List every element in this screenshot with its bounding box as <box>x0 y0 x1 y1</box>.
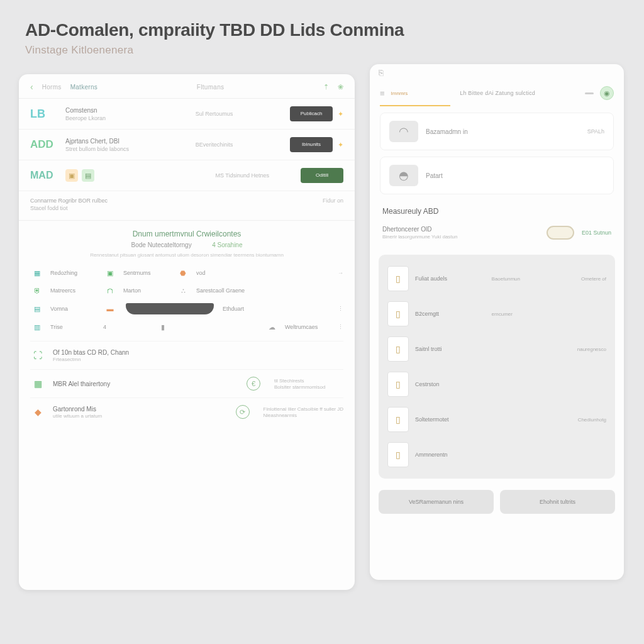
more-icon[interactable]: ⋮ <box>338 324 343 330</box>
grid-row[interactable]: ▯ B2cemgtt emcumer <box>386 296 608 331</box>
tag-icon: ▮ <box>156 322 170 332</box>
detail-tab[interactable]: Imnmrs <box>391 91 408 96</box>
currency-icon[interactable]: € <box>247 377 260 391</box>
item-sub: Frteasectmn <box>53 357 343 362</box>
row-title: Ajprtans Chert, DBI <box>65 138 196 145</box>
feature-row: Dhertoncerer OlD Binerir lasorgunmune Yu… <box>370 218 624 247</box>
tag-icon: ⛬ <box>176 286 190 296</box>
brand-logo: ADD <box>30 138 65 151</box>
tag-icon: ⛨ <box>30 286 44 296</box>
grid-col: emcumer <box>492 311 549 317</box>
avatar[interactable]: ◉ <box>600 86 614 100</box>
progress-bar <box>380 105 614 106</box>
minimize-icon[interactable] <box>585 92 594 94</box>
item-sub: utile wituum a urtatum <box>53 413 228 419</box>
tag-label: Marton <box>123 287 170 294</box>
star-icon[interactable]: ✦ <box>338 141 343 149</box>
grid-row[interactable]: ▯ Fuliat audels Baoetunmun Ometere of <box>386 261 608 296</box>
tag-label: Weltrumcaes <box>285 324 331 330</box>
foot-line: Stacel fodd tiot <box>30 205 343 211</box>
row-mid: MS Tidsinund Hetnes <box>215 172 301 179</box>
product-value: SPALh <box>587 128 604 135</box>
brand-logo: LB <box>30 108 65 121</box>
product-card[interactable]: ◠ Bazamadmn in SPALh <box>380 113 614 150</box>
tag-label: Trise <box>50 324 97 330</box>
list-item[interactable]: ◆ Gartonrond Mis utile wituum a urtatum … <box>30 397 343 426</box>
tag-label: Sentrnums <box>123 270 170 276</box>
product-thumb: ◠ <box>389 121 418 142</box>
product-card[interactable]: ◓ Patart <box>380 157 614 194</box>
paperclip-icon[interactable]: ⎘ <box>379 68 384 77</box>
tag-label: Sarestcaoll Graene <box>196 287 245 294</box>
grid-thumb: ▯ <box>387 407 409 432</box>
list-row[interactable]: ADD Ajprtans Chert, DBI Stret bullom bid… <box>19 130 355 160</box>
detail-button-primary[interactable]: VeSRamemanun nins <box>379 490 494 514</box>
tag-icon: ▤ <box>30 304 44 314</box>
detail-title: Lh Bittee dAi Zatung sulcticd <box>416 90 579 96</box>
row-action-button[interactable]: Oditill <box>301 168 343 183</box>
grid-label: Saitnl trotti <box>415 346 486 352</box>
item-meta: Nieashnearmis <box>264 413 343 418</box>
grid-label: Soltetermotet <box>415 416 486 423</box>
item-icon: ⛶ <box>30 348 45 363</box>
tag-row: ▦ Redozhing ▣ Sentrnums ⬣ vod → <box>30 264 343 282</box>
badge-icon: ▤ <box>82 169 94 182</box>
tag-icon: ▥ <box>30 322 44 332</box>
arrow-icon[interactable]: → <box>338 270 343 276</box>
row-mid: Sul Rertoumus <box>196 111 290 117</box>
item-meta: Bolsiter starmmomisod <box>274 384 343 390</box>
row-subtitle: Stret bullom bide laboncs <box>65 146 196 152</box>
list-item[interactable]: ▦ MBR Alel thairertony € til Stechirests… <box>30 369 343 397</box>
page-subtitle: Vinstage Kitloenenera <box>25 44 619 57</box>
grid-col: Chediunhotg <box>555 417 606 423</box>
item-icon: ◆ <box>30 404 45 419</box>
item-meta: til Stechirests <box>274 378 343 384</box>
tag-label: Matreercs <box>50 287 97 294</box>
menu-icon[interactable]: ≡ <box>380 89 385 98</box>
tag-label: Redozhing <box>50 270 97 276</box>
product-thumb: ◓ <box>389 165 418 186</box>
detail-button-secondary[interactable]: Ehohnit tultrits <box>500 490 615 514</box>
row-mid: BEveritechinits <box>196 142 290 148</box>
tag-icon: ⛫ <box>103 286 117 296</box>
row-action-button[interactable]: Publicach <box>290 106 333 121</box>
tag-row: ⛨ Matreercs ⛫ Marton ⛬ Sarestcaoll Graen… <box>30 282 343 299</box>
tab-filters[interactable]: Fltumans <box>197 84 225 91</box>
grid-row[interactable]: ▯ Cestrston <box>386 367 608 402</box>
row-action-button[interactable]: Iblnunits <box>290 137 333 152</box>
item-icon: ▦ <box>30 376 45 391</box>
grid-thumb: ▯ <box>387 442 409 467</box>
foot-right: Fidur on <box>323 197 343 204</box>
tab-matters[interactable]: Matkerns <box>70 84 98 91</box>
back-icon[interactable]: ‹ <box>30 82 33 92</box>
grid-row[interactable]: ▯ Saitnl trotti nauregnesco <box>386 331 608 367</box>
foot-line: Connarme Rogribr BOR rulbec <box>30 197 343 204</box>
product-label: Patart <box>426 172 604 179</box>
tag-icon: ⬣ <box>176 268 190 278</box>
grid-row[interactable]: ▯ Soltetermotet Chediunhotg <box>386 402 608 437</box>
list-row[interactable]: MAD ▣ ▤ MS Tidsinund Hetnes Oditill <box>19 160 355 191</box>
product-label: Bazamadmn in <box>426 128 580 135</box>
detail-section-heading: Measureuly ABD <box>382 207 611 216</box>
pill-icon <box>547 226 574 240</box>
row-subtitle: Beerope Lkoran <box>65 115 196 121</box>
list-row[interactable]: LB Comstensn Beerope Lkoran Sul Rertoumu… <box>19 99 355 130</box>
tag-label: 4 <box>103 324 150 330</box>
item-title: Of 10n btas CD RD, Chann <box>53 349 343 356</box>
section-sub: 4 Sorahine <box>212 242 242 248</box>
more-icon[interactable]: ⋮ <box>338 306 343 312</box>
tag-row: ▤ Vomna ▬ Ethduart ⋮ <box>30 299 343 318</box>
refresh-icon[interactable]: ⟳ <box>236 405 250 419</box>
tag-label: Vomna <box>50 306 97 312</box>
tab-home[interactable]: Horms <box>42 84 62 91</box>
leaf-icon[interactable]: ❀ <box>338 83 343 91</box>
list-item[interactable]: ⛶ Of 10n btas CD RD, Chann Frteasectmn <box>30 341 343 369</box>
tag-icon: ▣ <box>103 268 117 278</box>
grid-thumb: ▯ <box>387 301 409 326</box>
brand-logo: MAD <box>30 170 65 181</box>
star-icon[interactable]: ✦ <box>338 110 343 118</box>
row-title: Comstensn <box>65 107 196 114</box>
signal-icon[interactable]: ⇡ <box>323 83 329 91</box>
grid-row[interactable]: ▯ Ammnerentn <box>386 437 608 472</box>
section-heading: Dnum umertmvnul Crwieilcontes <box>30 230 343 238</box>
